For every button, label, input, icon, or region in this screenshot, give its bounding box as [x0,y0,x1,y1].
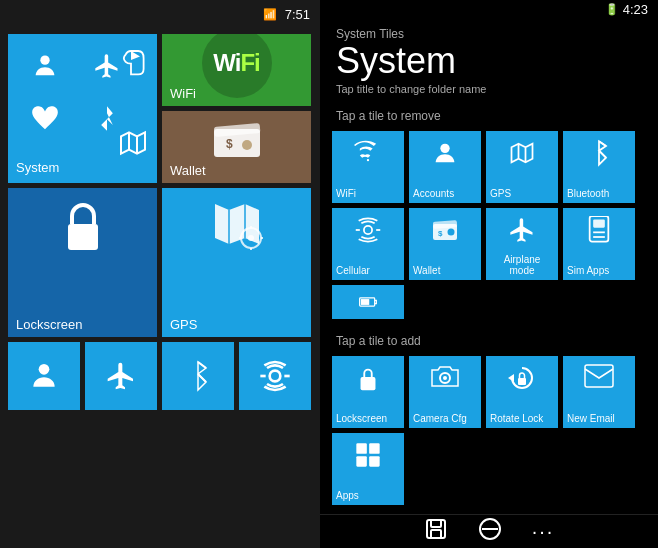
lockscreen-add-icon [356,364,380,399]
lockscreen-add-label: Lockscreen [336,413,387,424]
svg-text:$: $ [438,229,443,238]
apps-label: Apps [336,490,359,501]
wifi-text: WiFi [213,49,259,77]
gps-map-icon [207,194,267,254]
remove-tiles-section: WiFi Accounts GPS [320,127,658,328]
wifi-tile[interactable]: WiFi WiFi [162,34,311,106]
svg-point-3 [242,140,252,150]
new-email-tile[interactable]: New Email [563,356,635,428]
small-person-tile[interactable] [8,342,80,410]
svg-text:$: $ [226,137,233,151]
battery-icon: 🔋 [605,3,619,16]
wallet-tile-label: Wallet [170,163,206,178]
svg-rect-35 [585,365,613,387]
status-bar-left: 📶 7:51 [0,0,320,28]
svg-rect-36 [356,444,367,455]
remove-tiles-row-1: WiFi Accounts GPS [332,131,646,203]
airplane-tile[interactable]: Airplane mode [486,208,558,280]
bottom-small-tiles [8,342,311,410]
new-email-icon [584,364,614,395]
status-bar-right: 🔋 4:23 [320,0,658,19]
svg-point-16 [440,144,449,153]
wifi-tile-label: WiFi [170,86,196,101]
right-panel: 🔋 4:23 System Tiles System Tap title to … [320,0,658,548]
new-email-label: New Email [567,413,615,424]
accounts-icon [431,139,459,174]
apps-icon [354,441,382,476]
svg-point-13 [270,371,281,382]
system-tile-label: System [16,160,59,175]
right-top-tiles: WiFi WiFi $ Wallet [162,34,311,183]
wifi-remove-label: WiFi [336,188,356,199]
svg-marker-33 [508,374,514,382]
svg-rect-34 [518,378,526,385]
bottom-bar: ··· [320,514,658,548]
folder-hint-change: Tap title to change folder name [336,83,642,95]
lockscreen-tile-label: Lockscreen [16,317,82,332]
left-time: 7:51 [285,7,310,22]
svg-rect-41 [431,520,441,527]
apps-tile[interactable]: Apps [332,433,404,505]
add-tiles-row: Lockscreen Camera Cfg [332,356,646,428]
gps-remove-tile[interactable]: GPS [486,131,558,203]
map-icon-left [117,127,149,159]
wallet-remove-tile[interactable]: $ Wallet [409,208,481,280]
lockscreen-tile[interactable]: Lockscreen [8,188,157,337]
airplane-icon-tile [508,216,536,251]
bluetooth-remove-label: Bluetooth [567,188,609,199]
camera-cfg-tile[interactable]: Camera Cfg [409,356,481,428]
svg-point-7 [248,235,254,241]
gps-tile-label: GPS [170,317,197,332]
battery-tile[interactable] [332,285,404,319]
small-airplane-tile[interactable] [85,342,157,410]
small-cellular-tile[interactable] [239,342,311,410]
wallet-remove-label: Wallet [413,265,440,276]
person-small-icon [28,360,60,392]
cellular-label: Cellular [336,265,370,276]
svg-point-32 [443,376,447,380]
accounts-tile[interactable]: Accounts [409,131,481,203]
cellular-small-icon [259,360,291,392]
system-tile[interactable]: System [8,34,157,183]
folder-name-label[interactable]: System [336,43,642,79]
svg-point-0 [40,56,49,65]
small-bluetooth-tile[interactable] [162,342,234,410]
lockscreen-add-tile[interactable]: Lockscreen [332,356,404,428]
remove-tiles-row-2: Cellular $ Wallet Airp [332,208,646,280]
cellular-icon [354,216,382,251]
gps-tile[interactable]: GPS [162,188,311,337]
bluetooth-remove-icon [588,139,610,174]
gps-remove-icon [508,139,536,174]
simapps-tile[interactable]: Sim Apps [563,208,635,280]
simapps-icon [587,216,611,251]
cellular-tile[interactable]: Cellular [332,208,404,280]
left-panel: 📶 7:51 [0,0,320,548]
airplane-small-icon [105,360,137,392]
wallet-remove-icon: $ [431,216,459,251]
add-tiles-row-2: Apps [332,433,646,505]
svg-point-22 [448,229,455,236]
svg-rect-29 [361,299,369,305]
system-header: System Tiles System Tap title to change … [320,19,658,105]
wifi-remove-tile[interactable]: WiFi [332,131,404,203]
remove-tiles-row-3 [332,285,646,319]
rotate-lock-icon [508,364,536,399]
gps-remove-label: GPS [490,188,511,199]
bluetooth-remove-tile[interactable]: Bluetooth [563,131,635,203]
wallet-icon: $ [212,119,262,159]
svg-rect-38 [356,457,367,468]
svg-rect-42 [431,530,441,538]
more-bottom-icon[interactable]: ··· [532,520,555,543]
add-section-label: Tap a tile to add [320,330,658,352]
svg-rect-30 [361,377,376,390]
camera-cfg-label: Camera Cfg [413,413,467,424]
right-time: 4:23 [623,2,648,17]
wallet-tile[interactable]: $ Wallet [162,111,311,183]
save-bottom-icon[interactable] [424,517,448,547]
battery-icon-tile [358,292,378,312]
airplane-label: Airplane mode [490,254,554,276]
cancel-bottom-icon[interactable] [478,517,502,547]
lock-icon-left [58,198,108,258]
rotate-lock-tile[interactable]: Rotate Lock [486,356,558,428]
svg-rect-5 [68,224,98,250]
